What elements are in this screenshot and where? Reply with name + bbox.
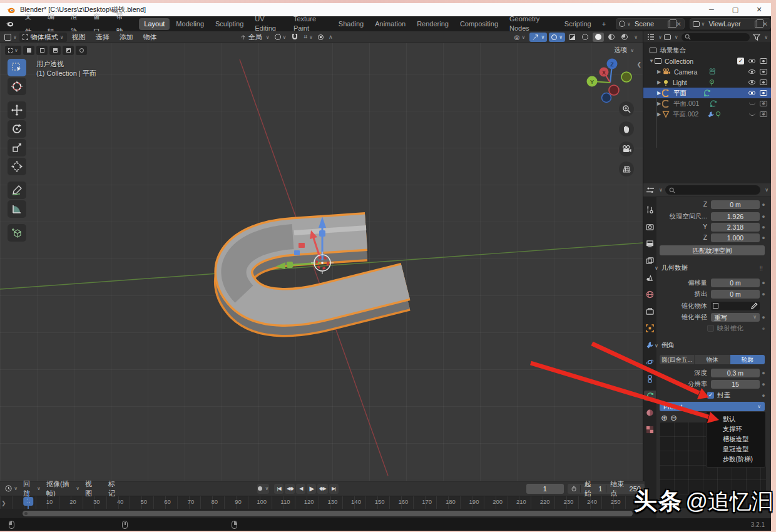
plane-row-selected[interactable]: ▶ 平面: [643, 88, 771, 98]
viewport-3d[interactable]: ∨ 物体模式 ∨ 视图 选择 添加 物体 全局 ∨ ∨ ⌗∨ ∧ ◎∨ ∨ ∨: [0, 31, 643, 481]
next-keyframe-button[interactable]: ◆▶: [317, 484, 327, 494]
collection-checkbox[interactable]: [737, 58, 744, 64]
minimize-button[interactable]: ─: [700, 3, 723, 16]
snap-settings-dropdown[interactable]: ⌗∨: [301, 33, 315, 42]
disclosure-icon[interactable]: ▶: [656, 69, 662, 74]
tool-move[interactable]: [8, 101, 26, 119]
unlink-scene-icon[interactable]: ✕: [676, 21, 681, 28]
tool-scale[interactable]: [8, 139, 26, 156]
extrude-value[interactable]: 0 m: [711, 290, 760, 299]
animate-dot-icon[interactable]: ●: [760, 381, 767, 387]
bevel-panel-header[interactable]: ∨ 倒角: [655, 341, 767, 350]
render-disabled-icon[interactable]: [760, 101, 767, 106]
editor-type-icon[interactable]: [4, 34, 11, 41]
select-extend-button[interactable]: [36, 46, 48, 55]
workspace-tab-animation[interactable]: Animation: [370, 18, 411, 30]
offset-value[interactable]: 0 m: [711, 279, 760, 287]
field-value[interactable]: 1.000: [711, 233, 760, 242]
tool-add-primitive[interactable]: [8, 224, 26, 242]
workspace-tab-shading[interactable]: Shading: [334, 18, 369, 30]
workspace-tab-layout[interactable]: Layout: [139, 18, 170, 30]
copy-scene-icon[interactable]: [668, 21, 673, 28]
hidden-eye-icon[interactable]: [749, 102, 755, 105]
properties-options-dropdown[interactable]: ∨: [765, 187, 768, 193]
plane001-row[interactable]: ▶ 平面.001: [643, 98, 771, 109]
tab-output[interactable]: [644, 238, 656, 249]
render-visibility-icon[interactable]: [760, 69, 767, 74]
render-disabled-icon[interactable]: [760, 111, 767, 117]
shading-rendered-button[interactable]: [619, 33, 630, 42]
start-value[interactable]: 1: [598, 485, 602, 493]
tab-tool[interactable]: [644, 205, 656, 215]
taper-object-field[interactable]: [711, 302, 760, 310]
select-subtract-button[interactable]: [49, 46, 61, 55]
tool-measure[interactable]: [8, 200, 26, 218]
shading-material-button[interactable]: [606, 33, 617, 42]
pivot-point-dropdown[interactable]: ∨: [272, 33, 289, 42]
disclosure-icon[interactable]: ▶: [656, 79, 662, 85]
camera-row[interactable]: ▶ Camera: [643, 66, 771, 77]
close-button[interactable]: ✕: [747, 3, 771, 16]
preset-crown-molding[interactable]: 皇冠造型: [707, 444, 765, 454]
timeline-expand-icon[interactable]: ❯: [1, 500, 6, 506]
scene-collection-row[interactable]: 场景集合: [643, 45, 771, 56]
disclosure-open-icon[interactable]: ▼: [648, 58, 655, 64]
current-frame-field[interactable]: 1: [526, 484, 564, 494]
maximize-button[interactable]: ▢: [723, 3, 747, 16]
tab-world[interactable]: [644, 289, 656, 300]
tool-transform[interactable]: [8, 158, 26, 175]
field-value[interactable]: 1.926: [711, 212, 760, 221]
mode-dropdown[interactable]: 物体模式 ∨: [19, 33, 67, 42]
viewport-menu-view[interactable]: 视图: [67, 33, 91, 42]
tab-scene[interactable]: [644, 272, 656, 283]
eyedropper-icon[interactable]: [751, 302, 758, 309]
workspace-tab-modeling[interactable]: Modeling: [171, 18, 209, 30]
tab-object-data[interactable]: [644, 391, 656, 401]
collection-row[interactable]: ▼ Collection: [643, 56, 771, 66]
viewport-options-button[interactable]: 选项∨: [614, 46, 634, 54]
tab-texture[interactable]: [644, 424, 656, 435]
transform-orientation-dropdown[interactable]: 全局 ∨: [237, 33, 272, 42]
shading-wireframe-button[interactable]: [579, 33, 591, 42]
region-collapse-icon[interactable]: ❮: [636, 61, 641, 68]
jump-to-start-button[interactable]: |◀: [274, 484, 283, 494]
tab-object[interactable]: [644, 323, 656, 334]
animate-dot-icon[interactable]: ●: [760, 235, 767, 241]
preset-default[interactable]: 默认: [707, 414, 765, 424]
bevel-tab-profile[interactable]: 轮廓: [730, 355, 765, 364]
tool-select-box[interactable]: [8, 59, 26, 76]
workspace-tab-rendering[interactable]: Rendering: [412, 18, 454, 30]
depth-value[interactable]: 0.3 m: [711, 369, 760, 377]
proportional-edit-icon[interactable]: [315, 33, 326, 42]
blender-menu-icon[interactable]: [6, 19, 14, 28]
hide-eye-icon[interactable]: [748, 80, 755, 84]
resolution-value[interactable]: 15: [711, 380, 760, 389]
viewlayer-selector[interactable]: ∨ ViewLayer ✕: [690, 18, 771, 29]
remove-point-icon[interactable]: ⊖: [670, 413, 677, 422]
timeline-menu-markers[interactable]: 标记: [103, 479, 126, 498]
animate-dot-icon[interactable]: ●: [760, 314, 767, 320]
disclosure-icon[interactable]: ▶: [656, 101, 662, 106]
play-button[interactable]: ▶: [307, 484, 316, 494]
render-visibility-icon[interactable]: [760, 58, 767, 64]
timeline-menu-keying[interactable]: 抠像(插帧): [41, 479, 79, 498]
ortho-grid-icon[interactable]: [619, 161, 634, 176]
auto-keying-button[interactable]: ∨: [257, 484, 269, 494]
workspace-tab-compositing[interactable]: Compositing: [455, 18, 503, 30]
map-taper-checkbox[interactable]: [707, 325, 714, 332]
filter-id-icon[interactable]: [664, 34, 671, 40]
tool-cursor[interactable]: [8, 78, 26, 95]
preset-support-loops[interactable]: 支撑环: [707, 424, 765, 434]
properties-editor-icon[interactable]: [646, 187, 655, 194]
shading-dropdown[interactable]: ∨: [634, 34, 638, 40]
animate-dot-icon[interactable]: ●: [760, 370, 767, 376]
animate-dot-icon[interactable]: ●: [760, 291, 767, 297]
select-invert-button[interactable]: [63, 46, 74, 55]
bevel-tab-object[interactable]: 物体: [695, 355, 730, 364]
taper-radius-dropdown[interactable]: 重写 ∨: [711, 313, 760, 322]
hide-eye-icon[interactable]: [748, 59, 755, 63]
scene-selector[interactable]: ∨ Scene ✕: [616, 18, 684, 29]
tool-annotate[interactable]: [8, 182, 26, 199]
add-workspace-button[interactable]: +: [597, 20, 611, 28]
field-value[interactable]: 2.318: [711, 223, 760, 232]
